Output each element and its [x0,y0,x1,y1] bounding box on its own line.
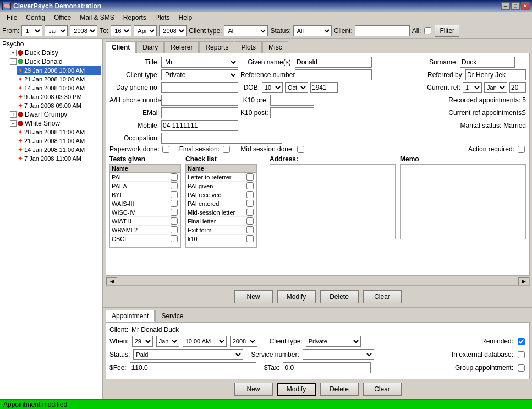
tab-service[interactable]: Service [155,310,189,322]
filter-button[interactable]: Filter [435,25,459,37]
k10post-input[interactable] [270,107,314,118]
dob-month-select[interactable]: Oct [285,82,308,93]
menu-file[interactable]: File [2,13,21,23]
menu-help[interactable]: Help [174,13,197,23]
k10pre-input[interactable] [270,95,314,106]
when-day-select[interactable]: 29 [132,336,153,347]
tab-client[interactable]: Client [106,41,136,53]
dob-year-input[interactable] [310,82,338,93]
address-textarea[interactable] [270,164,396,239]
from-day-select[interactable]: 1 [21,25,42,36]
expand-icon[interactable]: + [10,50,17,56]
test-wiatii-checkbox[interactable] [171,217,178,225]
close-button[interactable]: ✕ [521,2,530,10]
check-pai-entered-cb[interactable] [246,200,254,207]
from-year-select[interactable]: 2008 [70,25,97,36]
tab-referer[interactable]: Referer [164,41,199,53]
final-session-checkbox[interactable] [223,146,230,153]
tests-scroll[interactable]: PAI PAI-A BYI [110,173,180,247]
check-pai-given-cb[interactable] [246,182,254,189]
client-new-button[interactable]: New [234,290,273,303]
reminded-checkbox[interactable] [518,338,525,345]
scroll-left-btn[interactable]: ◀ [106,277,117,285]
appt-client-type-select[interactable]: Private [306,336,361,347]
checklist-scroll[interactable]: Letter to referrer PAI given PAI receive… [186,173,256,247]
tree-appt-4[interactable]: ✦ 9 Jan 2008 03:30 PM [17,92,101,101]
fee-input[interactable] [130,362,256,373]
when-time-select[interactable]: 10:00 AM [183,336,227,347]
tab-misc[interactable]: Misc [262,41,288,53]
when-year-select[interactable]: 2008 [230,336,257,347]
in-external-checkbox[interactable] [518,351,525,358]
scroll-right-btn[interactable]: ▶ [518,277,529,285]
menu-reports[interactable]: Reports [119,13,151,23]
appt-new-button[interactable]: New [234,383,273,396]
menu-mail-sms[interactable]: Mail & SMS [75,13,119,23]
day-phone-input[interactable] [161,82,238,93]
menu-plots[interactable]: Plots [151,13,174,23]
test-byi-checkbox[interactable] [171,191,178,198]
current-ref-month[interactable]: Jan [484,82,507,93]
tab-diary[interactable]: Diary [136,41,164,53]
check-final-letter-cb[interactable] [246,217,254,225]
client-type-select[interactable]: All [224,25,268,36]
reference-input[interactable] [295,69,372,80]
tree-appt-1[interactable]: ✦ 29 Jan 2008 10:00 AM [17,66,101,75]
check-exit-form-cb[interactable] [246,226,254,233]
appt-delete-button[interactable]: Delete [320,383,359,396]
ah-phone-input[interactable] [161,95,238,106]
current-ref-year[interactable] [509,82,526,93]
referred-by-input[interactable] [465,69,526,80]
dob-day-select[interactable]: 10 [262,82,283,93]
memo-textarea[interactable] [400,164,526,239]
appt-clear-button[interactable]: Clear [363,383,402,396]
client-delete-button[interactable]: Delete [320,290,359,303]
check-mid-session-cb[interactable] [246,209,254,216]
from-month-select[interactable]: Jan [45,25,68,36]
minimize-button[interactable]: ─ [501,2,510,10]
current-ref-num[interactable]: 1 [463,82,482,93]
tree-appt-3[interactable]: ✦ 14 Jan 2008 10:00 AM [17,84,101,92]
to-month-select[interactable]: Apr [134,25,157,36]
when-month-select[interactable]: Jan [156,336,179,347]
tax-input[interactable] [283,362,371,373]
test-pai-checkbox[interactable] [171,173,178,181]
given-names-input[interactable] [295,57,372,68]
tree-item-dwarf-grumpy[interactable]: + Dwarf Grumpy [9,110,101,119]
tree-appt-2[interactable]: ✦ 21 Jan 2008 10:00 AM [17,75,101,84]
tree-appt-ws2[interactable]: ✦ 21 Jan 2008 11:00 AM [17,137,101,145]
client-hscrollbar[interactable]: ◀ ▶ [106,277,530,286]
email-input[interactable] [161,107,238,118]
client-type-form-select[interactable]: Private [161,69,238,80]
to-day-select[interactable]: 16 [111,25,131,36]
tree-appt-ws1[interactable]: ✦ 28 Jan 2008 11:00 AM [17,128,101,137]
test-waisiii-checkbox[interactable] [171,200,178,207]
test-cbcl-checkbox[interactable] [171,235,178,242]
occupation-input[interactable] [161,133,282,144]
menu-config[interactable]: Config [21,13,50,23]
menu-office[interactable]: Office [50,13,75,23]
tree-root[interactable]: Psycho [1,40,101,48]
tree-appt-5[interactable]: ✦ 7 Jan 2008 09:00 AM [17,101,101,110]
maximize-button[interactable]: □ [511,2,520,10]
check-letter-referrer-cb[interactable] [246,173,254,181]
tree-appt-ws4[interactable]: ✦ 7 Jan 2008 11:00 AM [17,154,101,163]
check-k10-cb[interactable] [246,235,254,242]
tab-reports[interactable]: Reports [199,41,234,53]
to-year-select[interactable]: 2008 [159,25,187,36]
action-required-checkbox[interactable] [518,146,525,153]
paperwork-checkbox[interactable] [162,146,169,153]
expand-icon[interactable]: − [10,58,17,65]
test-wraml2-checkbox[interactable] [171,226,178,233]
service-number-select[interactable] [303,349,374,360]
tree-appt-ws3[interactable]: ✦ 14 Jan 2008 11:00 AM [17,145,101,154]
test-paia-checkbox[interactable] [171,182,178,189]
client-modify-button[interactable]: Modify [277,290,316,303]
title-select[interactable]: Mr [161,57,238,68]
appt-status-select[interactable]: Paid [133,349,243,360]
tab-appointment[interactable]: Appointment [106,310,155,322]
expand-icon[interactable]: − [10,120,17,127]
scroll-track[interactable] [117,279,518,284]
appt-modify-button[interactable]: Modify [277,383,316,396]
surname-input[interactable] [460,57,515,68]
